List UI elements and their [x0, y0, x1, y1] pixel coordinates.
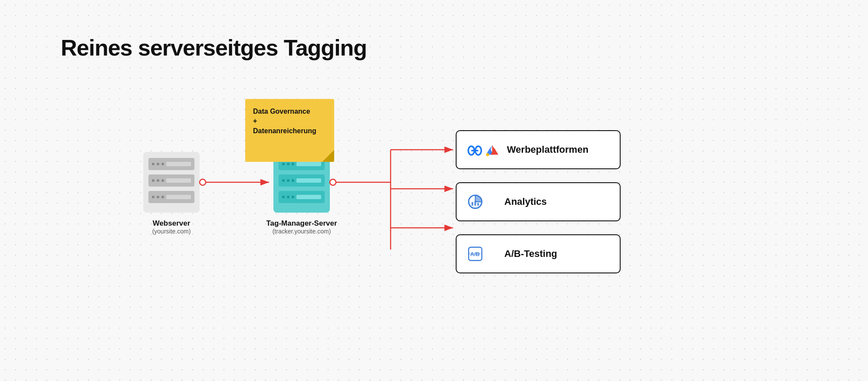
data-governance-note: Data Governance + Datenanreicherung — [245, 99, 334, 162]
server-dot — [152, 179, 155, 182]
svg-point-18 — [200, 179, 206, 185]
werbeplattformen-label: Werbeplattformen — [507, 144, 589, 155]
server-dot — [161, 196, 164, 198]
tms-dot — [287, 163, 289, 165]
google-ads-icon — [485, 143, 499, 157]
tms-row-2 — [279, 174, 325, 187]
svg-point-10 — [486, 153, 489, 156]
server-dot — [157, 196, 159, 198]
server-dot — [161, 179, 164, 182]
webserver-block: Webserver (yoursite.com) — [143, 152, 200, 213]
webserver-label: Webserver (yoursite.com) — [143, 219, 200, 235]
tms-bar — [296, 178, 321, 183]
destination-boxes: Werbeplattformen — [456, 130, 621, 273]
tms-dot — [282, 163, 285, 165]
tms-dot — [287, 196, 289, 198]
dest-box-analytics: Analytics — [456, 182, 621, 221]
server-dot — [157, 163, 159, 165]
webserver-name: Webserver — [143, 219, 200, 228]
server-dot — [161, 163, 164, 165]
page-content: Reines serverseitges Tagging — [0, 0, 868, 381]
server-row-2 — [148, 174, 194, 187]
tms-dot — [282, 179, 285, 182]
server-bar — [166, 162, 191, 166]
abtesting-icon: A/B — [467, 246, 483, 262]
note-line2: + — [253, 117, 257, 125]
tagmanager-label: Tag-Manager-Server (tracker.yoursite.com… — [265, 219, 339, 235]
dest-box-abtesting: A/B A/B-Testing — [456, 234, 621, 273]
analytics-icon-area — [467, 194, 496, 210]
tms-bar — [296, 195, 321, 199]
server-row-1 — [148, 158, 194, 170]
webserver-sublabel: (yoursite.com) — [143, 228, 200, 235]
abtesting-icon-area: A/B — [467, 246, 496, 262]
abtesting-label: A/B-Testing — [504, 248, 557, 259]
svg-text:A/B: A/B — [470, 251, 480, 257]
server-dot — [152, 163, 155, 165]
tms-bar — [296, 162, 321, 166]
meta-icon — [467, 142, 483, 158]
analytics-label: Analytics — [504, 196, 547, 207]
tagmanager-name: Tag-Manager-Server — [265, 219, 339, 228]
dest-box-werbeplattformen: Werbeplattformen — [456, 130, 621, 169]
svg-point-20 — [330, 179, 336, 185]
server-row-3 — [148, 191, 194, 203]
page-title: Reines serverseitges Tagging — [61, 35, 367, 61]
tms-dot — [292, 179, 294, 182]
tms-row-3 — [279, 191, 325, 203]
server-dot — [157, 179, 159, 182]
webserver-icon — [143, 152, 200, 213]
note-line1: Data Governance — [253, 108, 310, 115]
werbeplattformen-icons — [467, 142, 499, 158]
server-bar — [166, 195, 191, 199]
tagmanager-sublabel: (tracker.yoursite.com) — [265, 228, 339, 235]
tms-dot — [282, 196, 285, 198]
server-bar — [166, 178, 191, 183]
note-line3: Datenanreicherung — [253, 127, 316, 135]
tms-dot — [292, 196, 294, 198]
server-dot — [152, 196, 155, 198]
analytics-icon — [467, 194, 483, 210]
tms-dot — [287, 179, 289, 182]
tms-dot — [292, 163, 294, 165]
